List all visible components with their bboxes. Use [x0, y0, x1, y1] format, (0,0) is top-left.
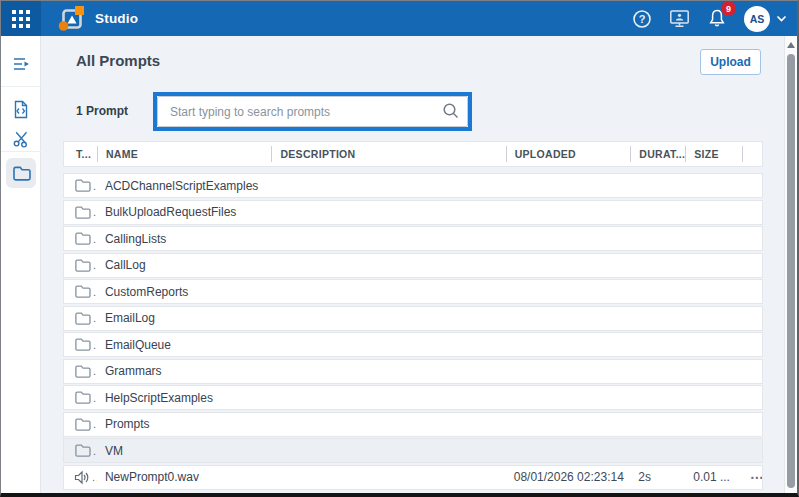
- audio-icon: [74, 470, 90, 485]
- screen-share-button[interactable]: [669, 9, 690, 28]
- row-type-cell: ...: [64, 443, 97, 458]
- scrollbar-thumb[interactable]: [787, 54, 795, 488]
- column-label: T...: [76, 148, 91, 160]
- folder-icon: [74, 390, 91, 405]
- folder-icon: [74, 178, 91, 193]
- sidebar-item-snippets[interactable]: [6, 123, 36, 153]
- column-header-cell[interactable]: T...: [64, 146, 97, 162]
- user-avatar[interactable]: AS: [744, 6, 770, 32]
- folder-icon: [74, 443, 91, 458]
- row-type-cell: ...: [64, 178, 97, 193]
- row-size: 0.01 ...: [685, 470, 742, 484]
- row-name: CallLog: [97, 258, 271, 272]
- screen-share-icon: [669, 9, 690, 28]
- sidebar-divider: [1, 86, 41, 87]
- folder-icon: [74, 205, 91, 220]
- help-button[interactable]: ?: [632, 9, 652, 29]
- studio-logo-icon: [58, 5, 85, 32]
- column-label: NAME: [106, 148, 138, 160]
- sidebar-item-scripts[interactable]: [6, 49, 36, 79]
- chevron-down-icon: [776, 15, 787, 23]
- column-label: SIZE: [694, 148, 719, 160]
- row-name: VM: [97, 444, 271, 458]
- notifications-button[interactable]: 9: [707, 8, 727, 29]
- column-header-cell[interactable]: [742, 146, 762, 162]
- folder-icon: [74, 417, 91, 432]
- row-type-cell: ...: [64, 311, 97, 326]
- folder-icon: [74, 364, 91, 379]
- table-row[interactable]: ... Prompts: [63, 412, 763, 437]
- table-row[interactable]: ... EmailQueue: [63, 332, 763, 357]
- left-sidebar: [1, 36, 41, 493]
- notification-badge: 9: [721, 1, 736, 16]
- code-file-icon: [12, 100, 30, 119]
- sidebar-item-files[interactable]: [6, 158, 36, 188]
- row-name: CallingLists: [97, 232, 271, 246]
- table-row[interactable]: ... CallingLists: [63, 226, 763, 251]
- app-launcher-button[interactable]: [1, 1, 41, 36]
- vertical-scrollbar: [784, 36, 797, 493]
- table-row[interactable]: ... HelpScriptExamples: [63, 385, 763, 410]
- folder-icon: [74, 284, 91, 299]
- row-name: HelpScriptExamples: [97, 391, 271, 405]
- row-name: Prompts: [97, 417, 271, 431]
- snippet-scissors-icon: [12, 129, 30, 148]
- column-header-cell[interactable]: NAME: [97, 146, 271, 162]
- row-type-cell: ...: [64, 258, 97, 273]
- search-input[interactable]: [157, 96, 468, 127]
- row-name: ACDChannelScriptExamples: [97, 179, 271, 193]
- script-list-icon: [12, 55, 31, 73]
- sidebar-divider: [1, 151, 41, 152]
- avatar-initials: AS: [750, 13, 765, 25]
- row-type-cell: ...: [64, 284, 97, 299]
- folder-icon: [74, 311, 91, 326]
- prompt-count-label: 1 Prompt: [76, 92, 128, 130]
- table-body: ... ACDChannelScriptExamples ... BulkUpl…: [63, 173, 763, 491]
- table-row[interactable]: ... EmailLog: [63, 306, 763, 331]
- table-row[interactable]: ... CustomReports: [63, 279, 763, 304]
- row-type-cell: ...: [64, 205, 97, 220]
- svg-text:?: ?: [639, 13, 646, 25]
- search-box: [157, 96, 468, 127]
- waffle-icon: [12, 10, 30, 28]
- row-type-cell: ...: [64, 470, 97, 485]
- table-row[interactable]: ... CallLog: [63, 253, 763, 278]
- folder-icon: [74, 337, 91, 352]
- upload-button[interactable]: Upload: [700, 49, 761, 75]
- column-label: DURAT...: [639, 148, 685, 160]
- row-type-cell: ...: [64, 364, 97, 379]
- folder-icon: [12, 165, 31, 182]
- row-name: NewPrompt0.wav: [97, 470, 271, 484]
- row-type-cell: ...: [64, 337, 97, 352]
- table-row[interactable]: ... BulkUploadRequestFiles: [63, 200, 763, 225]
- row-type-cell: ...: [64, 417, 97, 432]
- page-title: All Prompts: [76, 52, 160, 69]
- row-duration: 2s: [630, 470, 685, 484]
- annotation-highlight-box: [153, 92, 472, 131]
- folder-icon: [74, 258, 91, 273]
- row-name: EmailLog: [97, 311, 271, 325]
- row-actions-menu[interactable]: ⋯: [742, 469, 762, 485]
- app-title: Studio: [95, 11, 138, 26]
- column-header-cell[interactable]: DURAT...: [630, 146, 685, 162]
- table-row[interactable]: ... ACDChannelScriptExamples: [63, 173, 763, 198]
- row-type-cell: ...: [64, 390, 97, 405]
- column-header-cell[interactable]: DESCRIPTION: [271, 146, 505, 162]
- main-content: All Prompts Upload 1 Prompt T... NAME DE…: [41, 36, 784, 493]
- column-label: UPLOADED: [515, 148, 576, 160]
- column-header-cell[interactable]: UPLOADED: [506, 146, 631, 162]
- sidebar-item-code-files[interactable]: [6, 94, 36, 124]
- table-row[interactable]: ... NewPrompt0.wav 08/01/2026 02:23:14 2…: [63, 465, 763, 490]
- scrollbar-up-arrow[interactable]: [787, 42, 795, 48]
- folder-icon: [74, 231, 91, 246]
- table-row[interactable]: ... VM: [63, 438, 763, 463]
- help-icon: ?: [632, 9, 652, 29]
- row-name: EmailQueue: [97, 338, 271, 352]
- row-uploaded: 08/01/2026 02:23:14: [506, 470, 631, 484]
- user-menu-chevron[interactable]: [776, 15, 787, 23]
- column-header-cell[interactable]: SIZE: [685, 146, 742, 162]
- top-navigation-bar: Studio ? 9: [1, 1, 797, 36]
- table-row[interactable]: ... Grammars: [63, 359, 763, 384]
- row-name: Grammars: [97, 364, 271, 378]
- row-name: CustomReports: [97, 285, 271, 299]
